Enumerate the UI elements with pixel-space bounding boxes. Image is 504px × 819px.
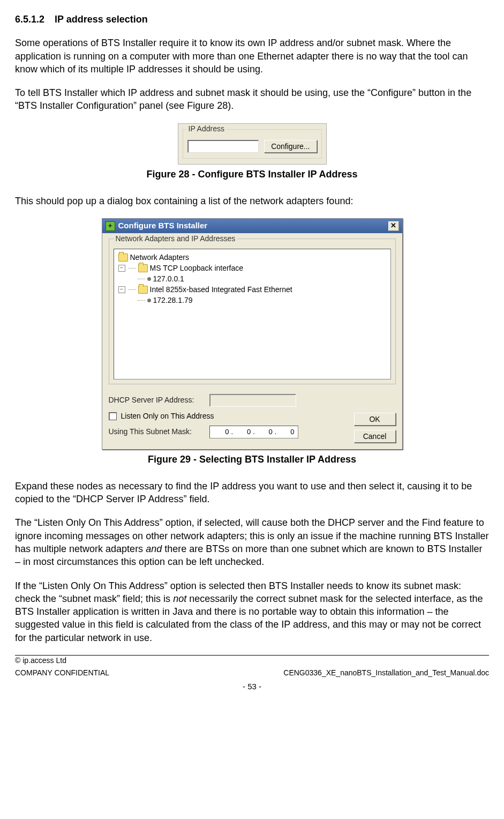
figure-29: ✦ Configure BTS Installer ✕ Network Adap… — [15, 218, 489, 449]
figure-28: IP Address Configure... — [15, 123, 489, 165]
dhcp-server-ip-field — [209, 394, 296, 407]
adapters-tree[interactable]: Network Adapters − MS TCP Loopback inter… — [114, 249, 391, 379]
footer-docname: CENG0336_XE_nanoBTS_Installation_and_Tes… — [283, 668, 489, 678]
folder-icon — [118, 254, 128, 262]
page-number: - 53 - — [15, 681, 489, 692]
subnet-octet-1[interactable] — [212, 427, 231, 436]
paragraph-5-italic: and — [146, 543, 162, 554]
tree-adapter-2[interactable]: − Intel 8255x-based Integrated Fast Ethe… — [116, 285, 388, 295]
paragraph-5: The “Listen Only On This Address” option… — [15, 516, 489, 568]
section-heading: 6.5.1.2 IP address selection — [15, 13, 489, 26]
footer-copyright: © ip.access Ltd — [15, 656, 489, 666]
footer-confidential: COMPANY CONFIDENTIAL — [15, 668, 109, 678]
tree-root[interactable]: Network Adapters — [116, 252, 388, 263]
paragraph-1: Some operations of BTS Installer require… — [15, 36, 489, 76]
subnet-mask-label: Using This Subnet Mask: — [109, 427, 205, 437]
tree-adapter-1-label: MS TCP Loopback interface — [150, 263, 244, 273]
section-number: 6.5.1.2 — [15, 14, 44, 25]
tree-ip-2-label: 172.28.1.79 — [153, 295, 193, 306]
configure-button[interactable]: Configure... — [264, 140, 317, 153]
figure-28-caption: Figure 28 - Configure BTS Installer IP A… — [15, 168, 489, 181]
paragraph-6-italic: not — [173, 593, 186, 604]
ip-address-panel: IP Address Configure... — [178, 123, 327, 165]
collapse-icon[interactable]: − — [118, 265, 125, 272]
tree-ip-2[interactable]: 172.28.1.79 — [116, 295, 388, 306]
listen-only-label: Listen Only on This Address — [121, 411, 214, 421]
ip-node-icon — [147, 277, 151, 281]
page-footer: COMPANY CONFIDENTIAL CENG0336_XE_nanoBTS… — [15, 668, 489, 678]
subnet-octet-4[interactable] — [277, 427, 296, 436]
dialog-title: Configure BTS Installer — [118, 220, 208, 231]
close-icon[interactable]: ✕ — [388, 221, 399, 231]
paragraph-4: Expand these nodes as necessary to find … — [15, 480, 489, 506]
app-icon: ✦ — [106, 221, 115, 231]
configure-dialog: ✦ Configure BTS Installer ✕ Network Adap… — [102, 218, 403, 449]
cancel-button[interactable]: Cancel — [354, 430, 396, 443]
listen-only-checkbox[interactable] — [109, 412, 117, 420]
tree-adapter-2-label: Intel 8255x-based Integrated Fast Ethern… — [150, 285, 292, 295]
ok-button[interactable]: OK — [354, 413, 396, 426]
adapters-groupbox: Network Adapters and IP Addresses Networ… — [109, 239, 396, 384]
subnet-mask-field[interactable]: . . . — [209, 426, 299, 438]
ip-address-group-label: IP Address — [186, 124, 227, 134]
ip-address-field[interactable] — [187, 140, 259, 153]
dhcp-label: DHCP Server IP Address: — [109, 395, 205, 405]
paragraph-2: To tell BTS Installer which IP address a… — [15, 86, 489, 113]
paragraph-6: If the “Listen Only On This Address” opt… — [15, 579, 489, 644]
dialog-titlebar[interactable]: ✦ Configure BTS Installer ✕ — [102, 219, 402, 233]
tree-ip-1-label: 127.0.0.1 — [153, 274, 184, 284]
ip-node-icon — [147, 299, 151, 302]
subnet-octet-3[interactable] — [255, 427, 274, 436]
tree-adapter-1[interactable]: − MS TCP Loopback interface — [116, 263, 388, 274]
folder-icon — [138, 264, 148, 272]
figure-29-caption: Figure 29 - Selecting BTS Installer IP A… — [15, 453, 489, 466]
folder-icon — [138, 286, 148, 294]
paragraph-3: This should pop up a dialog box containi… — [15, 195, 489, 207]
section-title: IP address selection — [55, 14, 148, 25]
collapse-icon[interactable]: − — [118, 286, 125, 293]
subnet-octet-2[interactable] — [234, 427, 252, 436]
tree-ip-1[interactable]: 127.0.0.1 — [116, 274, 388, 285]
tree-root-label: Network Adapters — [130, 252, 190, 263]
adapters-group-label: Network Adapters and IP Addresses — [114, 234, 238, 244]
